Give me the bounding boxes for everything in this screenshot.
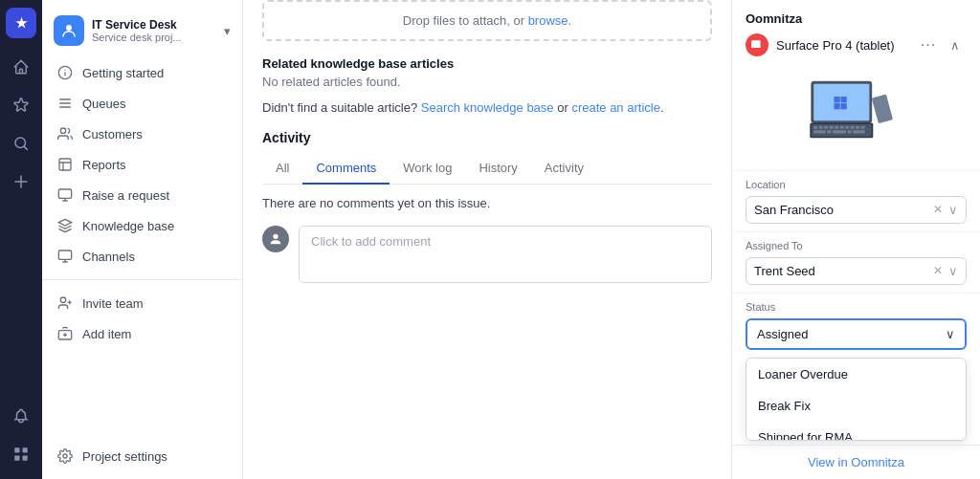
sidebar-header[interactable]: IT Service Desk Service desk proj... ▾ <box>42 8 242 57</box>
dropdown-item-label: Loaner Overdue <box>758 367 848 381</box>
add-icon[interactable] <box>4 164 38 199</box>
file-drop-zone[interactable]: Drop files to attach, or browse. <box>262 0 712 41</box>
knowledge-base-label: Knowledge base <box>82 219 174 233</box>
svg-rect-26 <box>818 126 822 129</box>
svg-point-11 <box>60 297 65 302</box>
location-value: San Francisco <box>754 203 927 217</box>
assigned-to-clear-button[interactable]: ✕ <box>933 264 943 277</box>
invite-team-label: Invite team <box>82 296 144 311</box>
browse-link[interactable]: browse. <box>528 13 572 28</box>
right-panel: Oomnitza Surface Pro 4 (tablet) ··· ∧ <box>731 0 980 479</box>
star-icon[interactable] <box>4 88 38 122</box>
apps-icon[interactable] <box>4 437 38 471</box>
article-hint: Didn't find a suitable article? Search k… <box>262 100 712 115</box>
sidebar-item-reports[interactable]: Reports <box>42 149 242 180</box>
assigned-to-chevron-icon[interactable]: ∨ <box>948 264 958 278</box>
status-label: Status <box>746 301 967 313</box>
sidebar-item-invite-team[interactable]: Invite team <box>42 288 242 318</box>
svg-rect-21 <box>840 103 846 109</box>
dropdown-item-break-fix[interactable]: Break Fix <box>746 390 966 422</box>
assigned-to-value-row[interactable]: Trent Seed ✕ ∨ <box>746 257 967 285</box>
service-desk-logo <box>54 15 84 46</box>
tab-activity[interactable]: Activity <box>531 153 597 185</box>
location-chevron-icon[interactable]: ∨ <box>948 203 958 217</box>
tab-all[interactable]: All <box>262 153 302 185</box>
svg-rect-1 <box>14 447 19 452</box>
dropdown-item-loaner-overdue[interactable]: Loaner Overdue <box>746 359 966 390</box>
product-actions: ··· ∧ <box>917 33 967 56</box>
sidebar-divider <box>42 279 242 280</box>
svg-rect-38 <box>847 130 851 133</box>
notification-icon[interactable] <box>4 399 38 433</box>
queues-icon <box>57 96 73 111</box>
product-image-container <box>746 64 967 159</box>
product-name: Surface Pro 4 (tablet) <box>776 38 909 53</box>
tab-worklog[interactable]: Work log <box>390 153 465 185</box>
product-collapse-button[interactable]: ∧ <box>944 33 967 56</box>
raise-request-icon <box>57 187 73 203</box>
dropdown-item-shipped-rma[interactable]: Shipped for RMA <box>746 422 966 441</box>
location-value-row[interactable]: San Francisco ✕ ∨ <box>746 196 967 224</box>
sidebar-item-queues[interactable]: Queues <box>42 88 242 119</box>
search-icon[interactable] <box>4 126 38 161</box>
status-value: Assigned <box>757 327 808 341</box>
sidebar-item-raise-request[interactable]: Raise a request <box>42 180 242 210</box>
svg-rect-39 <box>853 130 865 133</box>
reports-label: Reports <box>82 158 126 172</box>
comment-input-row: Click to add comment <box>262 226 712 283</box>
main-scroll-area: Drop files to attach, or browse. Related… <box>243 0 731 479</box>
sidebar-item-channels[interactable]: Channels <box>42 241 242 272</box>
drop-text: Drop files to attach, or <box>403 13 524 28</box>
sidebar-item-add-item[interactable]: Add item <box>42 318 242 349</box>
tab-history[interactable]: History <box>465 153 530 185</box>
current-user-avatar <box>262 226 289 252</box>
invite-team-icon <box>57 295 73 311</box>
app-logo[interactable]: ★ <box>6 8 36 38</box>
reports-icon <box>57 157 73 172</box>
sidebar: IT Service Desk Service desk proj... ▾ G… <box>42 0 243 479</box>
svg-rect-33 <box>856 126 859 129</box>
activity-header: Activity <box>262 130 712 145</box>
sidebar-item-project-settings[interactable]: Project settings <box>42 441 242 471</box>
add-item-icon <box>57 326 73 341</box>
svg-rect-22 <box>871 95 892 124</box>
comment-placeholder: Click to add comment <box>311 234 431 249</box>
create-article-link[interactable]: create an article <box>571 100 660 115</box>
no-comments-text: There are no comments yet on this issue. <box>262 196 712 210</box>
related-articles-title: Related knowledge base articles <box>262 56 712 71</box>
project-settings-icon <box>57 448 73 464</box>
sidebar-item-knowledge-base[interactable]: Knowledge base <box>42 210 242 241</box>
product-more-button[interactable]: ··· <box>917 33 940 56</box>
svg-rect-35 <box>813 130 826 133</box>
svg-point-5 <box>66 25 72 31</box>
location-clear-button[interactable]: ✕ <box>933 203 943 216</box>
dropdown-item-label: Break Fix <box>758 399 811 413</box>
customers-label: Customers <box>82 127 143 142</box>
status-select[interactable]: Assigned ∨ <box>746 318 967 350</box>
svg-rect-20 <box>834 103 839 109</box>
sidebar-item-getting-started[interactable]: Getting started <box>42 57 242 88</box>
sidebar-item-customers[interactable]: Customers <box>42 119 242 149</box>
svg-rect-9 <box>58 189 71 198</box>
svg-rect-34 <box>860 126 864 129</box>
status-dropdown: Loaner Overdue Break Fix Shipped for RMA… <box>746 358 967 441</box>
project-settings-label: Project settings <box>82 449 167 464</box>
product-icon <box>746 33 768 56</box>
comment-input[interactable]: Click to add comment <box>299 226 712 283</box>
related-articles-section: Related knowledge base articles No relat… <box>262 56 712 115</box>
search-kb-link[interactable]: Search knowledge base <box>421 100 554 115</box>
tab-comments[interactable]: Comments <box>302 153 390 185</box>
sidebar-subtitle: Service desk proj... <box>92 32 182 43</box>
sidebar-chevron-icon[interactable]: ▾ <box>224 24 231 38</box>
svg-rect-25 <box>813 126 817 129</box>
assigned-to-field: Assigned To Trent Seed ✕ ∨ <box>732 231 980 293</box>
view-in-oomnitza-link[interactable]: View in Oomnitza <box>732 445 980 479</box>
icon-bar: ★ <box>0 0 42 479</box>
home-icon[interactable] <box>4 50 38 84</box>
svg-rect-30 <box>839 126 843 129</box>
company-name: Oomnitza <box>732 0 980 33</box>
svg-rect-28 <box>829 126 833 129</box>
svg-rect-4 <box>23 456 28 461</box>
or-text: or <box>557 100 568 115</box>
status-chevron-icon: ∨ <box>946 327 955 341</box>
